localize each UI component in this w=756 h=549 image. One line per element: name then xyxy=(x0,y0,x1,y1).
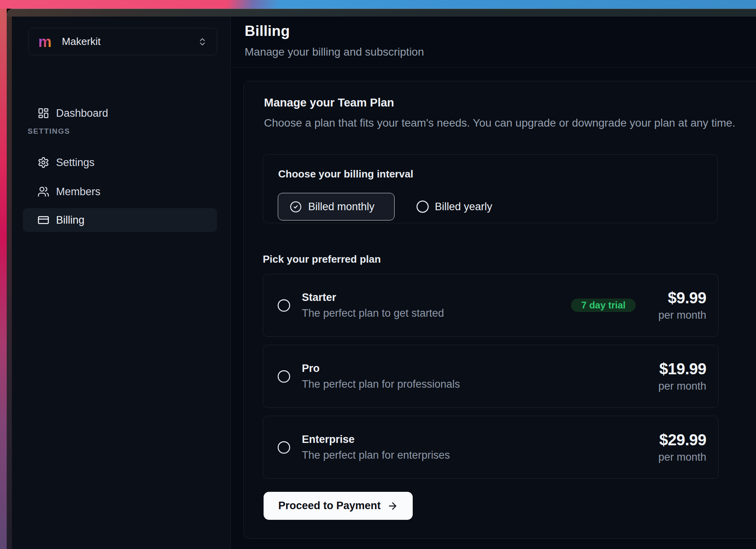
team-plan-card: Manage your Team Plan Choose a plan that… xyxy=(243,81,756,539)
users-icon xyxy=(37,186,49,198)
window-left-edge xyxy=(7,17,12,549)
team-selector[interactable]: m Makerkit xyxy=(28,28,217,55)
desktop-wallpaper-top xyxy=(0,0,756,9)
plan-info: Pro The perfect plan for professionals xyxy=(302,362,658,390)
proceed-to-payment-button[interactable]: Proceed to Payment xyxy=(264,492,413,520)
credit-card-icon xyxy=(37,214,49,226)
plan-price-block: $19.99 per month xyxy=(658,360,706,392)
card-title: Manage your Team Plan xyxy=(264,96,394,109)
radio-billed-monthly[interactable]: Billed monthly xyxy=(278,193,395,220)
plan-description: The perfect plan for enterprises xyxy=(302,449,658,461)
plan-info: Starter The perfect plan to get started xyxy=(302,291,571,319)
plan-price: $19.99 xyxy=(659,360,706,378)
main-content: Billing Manage your billing and subscrip… xyxy=(231,17,756,549)
proceed-button-label: Proceed to Payment xyxy=(278,500,381,512)
plan-name: Pro xyxy=(302,362,658,375)
plan-price-block: $9.99 per month xyxy=(658,289,706,321)
dashboard-grid-icon xyxy=(37,107,49,119)
arrow-right-icon xyxy=(387,500,398,512)
plan-info: Enterprise The perfect plan for enterpri… xyxy=(302,433,658,461)
circle-check-icon xyxy=(290,201,302,213)
circle-icon xyxy=(416,200,429,213)
plan-description: The perfect plan to get started xyxy=(302,307,571,319)
plan-name: Enterprise xyxy=(302,433,658,446)
sidebar-item-members[interactable]: Members xyxy=(23,180,217,204)
radio-circle-icon[interactable] xyxy=(277,441,291,454)
radio-label: Billed monthly xyxy=(308,201,374,213)
header-divider xyxy=(231,67,756,67)
plan-period: per month xyxy=(658,380,706,392)
trial-badge: 7 day trial xyxy=(571,299,636,312)
radio-label: Billed yearly xyxy=(435,201,492,213)
plan-price: $29.99 xyxy=(659,431,706,449)
sidebar-item-label: Members xyxy=(56,186,101,198)
plan-period: per month xyxy=(658,451,706,463)
page-subtitle: Manage your billing and subscription xyxy=(245,46,424,58)
app-window: m Makerkit Dashboard SETTINGS xyxy=(7,9,756,549)
billing-interval-label: Choose your billing interval xyxy=(278,168,413,180)
makerkit-logo: m xyxy=(38,34,52,49)
card-description: Choose a plan that fits your team's need… xyxy=(264,117,735,129)
window-title-bar xyxy=(7,9,756,17)
app-content: m Makerkit Dashboard SETTINGS xyxy=(12,17,756,549)
plan-description: The perfect plan for professionals xyxy=(302,378,658,390)
radio-billed-yearly[interactable]: Billed yearly xyxy=(416,193,492,220)
billing-interval-group: Choose your billing interval Billed mont… xyxy=(263,154,718,223)
plan-row-starter[interactable]: Starter The perfect plan to get started … xyxy=(263,274,719,337)
sidebar: m Makerkit Dashboard SETTINGS xyxy=(12,17,231,549)
chevrons-up-down-icon xyxy=(198,37,207,47)
team-name: Makerkit xyxy=(62,35,101,48)
plan-period: per month xyxy=(658,309,706,321)
plan-row-pro[interactable]: Pro The perfect plan for professionals $… xyxy=(263,345,719,408)
desktop-wallpaper-left xyxy=(0,9,7,549)
sidebar-section-settings: SETTINGS xyxy=(28,127,70,136)
plan-name: Starter xyxy=(302,291,571,304)
sidebar-item-label: Settings xyxy=(56,157,95,169)
sidebar-item-settings[interactable]: Settings xyxy=(23,151,217,174)
page-title: Billing xyxy=(245,23,290,39)
sidebar-item-label: Billing xyxy=(56,214,84,226)
plan-price: $9.99 xyxy=(668,289,706,307)
sidebar-item-label: Dashboard xyxy=(56,107,108,120)
radio-circle-icon[interactable] xyxy=(277,299,291,312)
sidebar-item-billing[interactable]: Billing xyxy=(23,208,217,232)
gear-icon xyxy=(37,157,49,168)
sidebar-item-dashboard[interactable]: Dashboard xyxy=(23,101,217,125)
plan-price-block: $29.99 per month xyxy=(658,431,706,463)
plans-label: Pick your preferred plan xyxy=(263,253,381,265)
plan-row-enterprise[interactable]: Enterprise The perfect plan for enterpri… xyxy=(263,416,719,479)
radio-circle-icon[interactable] xyxy=(277,370,291,383)
